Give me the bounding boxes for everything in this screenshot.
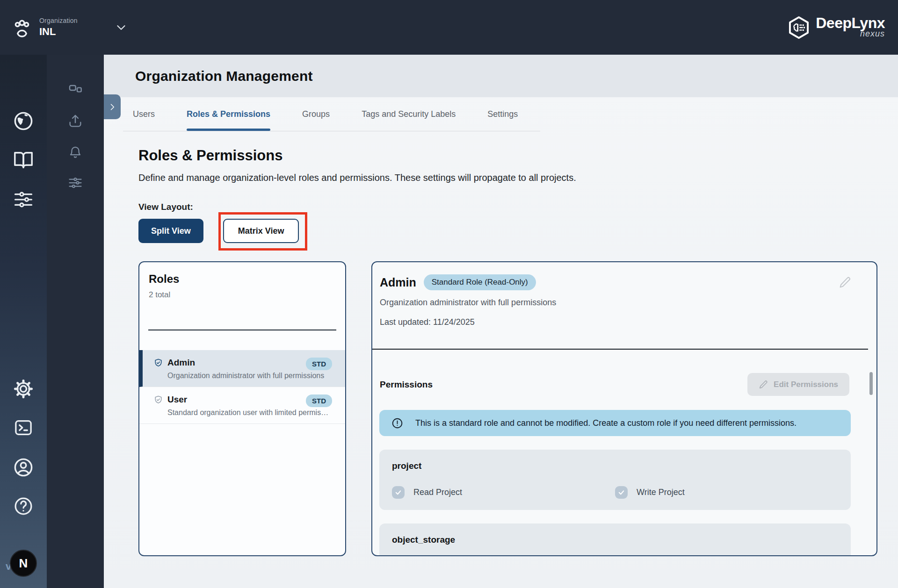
permission-group-project: project Read Project Write Project — [379, 450, 851, 510]
role-detail-panel: Admin Standard Role (Read-Only) Organiza… — [371, 261, 877, 556]
role-description: Standard organization user with limited … — [167, 409, 333, 417]
view-layout-buttons: Split View Matrix View — [138, 219, 877, 243]
permission-item: Write Project — [615, 486, 838, 499]
upload-icon[interactable] — [68, 114, 83, 130]
edit-permissions-button[interactable]: Edit Permissions — [747, 373, 849, 396]
bell-icon[interactable] — [68, 145, 82, 161]
divider — [148, 330, 336, 330]
permission-group-name: object_storage — [392, 535, 838, 545]
page-title: Organization Management — [135, 68, 313, 84]
topbar: Organization INL DeepLynx nexus — [0, 0, 898, 55]
readonly-info-banner: This is a standard role and cannot be mo… — [379, 410, 851, 436]
role-description: Organization administrator with full per… — [167, 372, 333, 380]
panels-row: Roles 2 total Admin STD Organization adm… — [138, 261, 877, 556]
scrollbar-thumb[interactable] — [869, 372, 873, 395]
brand-subname: nexus — [860, 29, 885, 39]
section-description: Define and manage organization-level rol… — [138, 172, 877, 183]
roles-panel-title: Roles — [149, 272, 336, 286]
role-list: Admin STD Organization administrator wit… — [139, 350, 345, 424]
permission-label: Read Project — [413, 488, 462, 497]
terminal-icon[interactable] — [13, 417, 34, 440]
book-icon[interactable] — [13, 149, 34, 172]
tab-groups[interactable]: Groups — [302, 97, 330, 131]
roles-count: 2 total — [149, 290, 336, 300]
role-name: Admin — [167, 358, 195, 368]
permissions-title: Permissions — [380, 380, 433, 390]
sidebar-secondary — [47, 55, 104, 588]
tab-users[interactable]: Users — [133, 97, 155, 131]
permission-label: Write Project — [637, 488, 685, 497]
org-name: INL — [39, 26, 78, 38]
pencil-icon — [759, 380, 768, 389]
last-updated: Last updated: 11/24/2025 — [380, 317, 848, 327]
org-switcher[interactable]: Organization INL — [11, 17, 128, 38]
brand-name: DeepLynx — [816, 16, 885, 30]
standard-role-badge: Standard Role (Read-Only) — [424, 274, 536, 290]
help-icon[interactable] — [13, 496, 34, 518]
roles-panel: Roles 2 total Admin STD Organization adm… — [138, 261, 346, 556]
permission-group-object-storage: object_storage — [379, 523, 851, 556]
split-view-button[interactable]: Split View — [138, 219, 203, 243]
tab-settings[interactable]: Settings — [487, 97, 518, 131]
sidebar-primary: v N — [0, 55, 47, 588]
section-title: Roles & Permissions — [138, 147, 877, 164]
tab-roles-permissions[interactable]: Roles & Permissions — [187, 97, 270, 131]
organization-people-icon — [11, 17, 33, 38]
permission-group-name: project — [392, 461, 838, 471]
sliders-icon[interactable] — [14, 190, 33, 211]
edit-role-pencil-icon[interactable] — [839, 276, 851, 289]
chevron-down-icon[interactable] — [114, 21, 128, 35]
info-icon — [391, 417, 403, 429]
chevron-right-icon — [108, 102, 117, 112]
shield-check-icon — [153, 395, 163, 405]
sliders-icon[interactable] — [68, 176, 82, 192]
divider — [372, 349, 868, 350]
user-avatar[interactable]: N — [10, 550, 37, 577]
sidebar-expand-button[interactable] — [104, 94, 121, 119]
edit-permissions-label: Edit Permissions — [774, 380, 838, 389]
page-header: Organization Management — [104, 55, 898, 97]
main-content: Organization Management Users Roles & Pe… — [104, 55, 898, 588]
org-label: Organization — [39, 17, 78, 24]
check-icon — [392, 486, 405, 499]
shield-check-icon — [153, 358, 163, 368]
matrix-view-button[interactable]: Matrix View — [223, 219, 299, 243]
tab-tags-security-labels[interactable]: Tags and Security Labels — [362, 97, 456, 131]
role-row-admin[interactable]: Admin STD Organization administrator wit… — [139, 350, 345, 387]
permission-item: Read Project — [392, 486, 615, 499]
page-body: Roles & Permissions Define and manage or… — [104, 131, 898, 556]
role-std-badge: STD — [306, 394, 332, 407]
role-name: User — [167, 394, 187, 405]
detail-role-description: Organization administrator with full per… — [380, 298, 848, 308]
banner-text: This is a standard role and cannot be mo… — [415, 418, 797, 428]
role-std-badge: STD — [306, 358, 332, 370]
dashboard-icon[interactable] — [68, 83, 83, 100]
account-icon[interactable] — [13, 457, 34, 480]
brand-logo: DeepLynx nexus — [787, 15, 885, 40]
role-row-user[interactable]: User STD Standard organization user with… — [139, 387, 345, 424]
detail-role-name: Admin — [380, 276, 416, 289]
check-icon — [615, 486, 628, 499]
tab-bar: Users Roles & Permissions Groups Tags an… — [123, 97, 540, 131]
globe-icon[interactable] — [13, 110, 34, 134]
view-layout-label: View Layout: — [138, 202, 877, 212]
gear-icon[interactable] — [13, 378, 34, 402]
deeplynx-hexagon-icon — [787, 15, 811, 40]
